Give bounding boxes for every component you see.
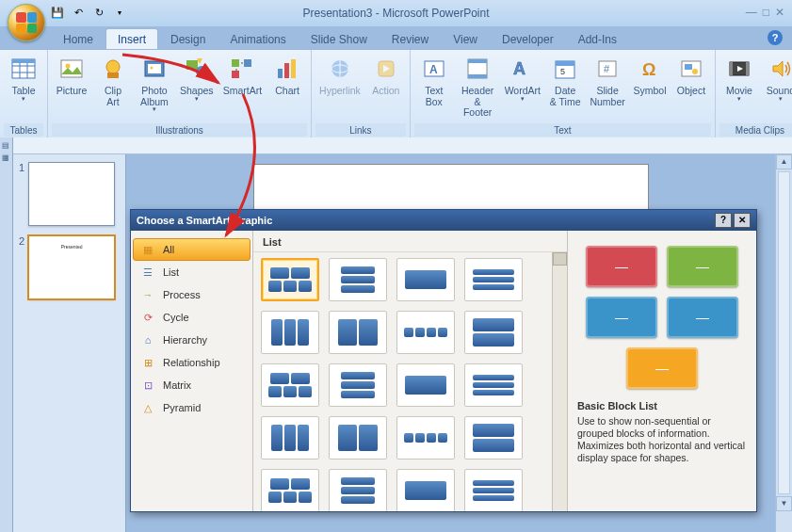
group-label: Links	[315, 123, 406, 137]
header-footer-button[interactable]: Header& Footer	[456, 52, 500, 123]
category-hierarchy[interactable]: ⌂Hierarchy	[133, 329, 251, 351]
category-pyramid[interactable]: △Pyramid	[133, 396, 251, 419]
outline-toggle-bar[interactable]: ▤ ▦	[0, 137, 13, 532]
dialog-help-button[interactable]: ?	[715, 213, 732, 228]
dialog-titlebar[interactable]: Choose a SmartArt Graphic ? ✕	[131, 210, 756, 231]
svg-point-12	[151, 67, 154, 70]
gallery-row	[257, 311, 563, 354]
group-label: Illustrations	[52, 123, 307, 137]
tab-animations[interactable]: Animations	[218, 28, 298, 49]
photo-album-button[interactable]: PhotoAlbum	[135, 52, 174, 123]
qat-dropdown-icon[interactable]: ▾	[111, 4, 128, 21]
slide-preview: Presented	[28, 235, 115, 299]
slides-icon[interactable]: ▦	[2, 153, 11, 163]
svg-rect-6	[61, 60, 82, 77]
smartart-icon	[227, 54, 257, 84]
save-icon[interactable]: 💾	[49, 4, 66, 21]
movie-button[interactable]: Movie	[719, 52, 759, 123]
smartart-button[interactable]: SmartArt	[219, 52, 266, 123]
category-relationship[interactable]: ⊞Relationship	[133, 351, 251, 374]
layout-option[interactable]	[396, 311, 455, 354]
layout-option[interactable]	[261, 363, 319, 407]
help-icon[interactable]: ?	[768, 30, 783, 45]
picture-button[interactable]: Picture	[52, 52, 91, 123]
tab-review[interactable]: Review	[380, 28, 441, 49]
svg-rect-13	[186, 60, 198, 70]
ribbon-group-tables: TableTables	[0, 50, 48, 137]
svg-rect-15	[232, 59, 239, 67]
symbol-button[interactable]: ΩSymbol	[630, 52, 670, 123]
category-all[interactable]: ▦All	[133, 238, 251, 261]
category-cycle[interactable]: ⟳Cycle	[133, 306, 251, 329]
object-button[interactable]: Object	[671, 52, 711, 123]
slide-thumbnail[interactable]: 2Presented	[19, 235, 120, 299]
gallery-scroll-up[interactable]	[553, 252, 567, 266]
chart-button[interactable]: Chart	[267, 52, 307, 123]
tab-insert[interactable]: Insert	[105, 28, 158, 49]
layout-option[interactable]	[396, 363, 455, 407]
layout-option[interactable]	[396, 258, 455, 301]
date-time-button[interactable]: 5Date& Time	[545, 52, 585, 123]
shapes-button[interactable]: Shapes	[176, 52, 218, 123]
vertical-scrollbar[interactable]: ▲ ▼	[775, 154, 792, 532]
layout-option[interactable]	[329, 363, 387, 407]
layout-option[interactable]	[261, 311, 319, 354]
dialog-close-button[interactable]: ✕	[734, 213, 751, 228]
text-icon: A	[419, 54, 449, 84]
layout-option[interactable]	[329, 469, 387, 511]
layout-option[interactable]	[261, 416, 319, 459]
table-button[interactable]: Table	[4, 52, 43, 123]
minimize-button[interactable]: —	[746, 6, 757, 19]
layout-option[interactable]	[261, 258, 319, 301]
office-button[interactable]	[8, 4, 45, 41]
tab-view[interactable]: View	[441, 28, 490, 49]
scroll-up-button[interactable]: ▲	[776, 154, 792, 169]
undo-icon[interactable]: ↶	[70, 4, 87, 21]
category-label: Hierarchy	[163, 334, 207, 346]
clip-art-button[interactable]: ClipArt	[93, 52, 133, 123]
svg-text:5: 5	[560, 67, 565, 76]
tab-slide-show[interactable]: Slide Show	[299, 28, 380, 49]
slide-number-button[interactable]: #SlideNumber	[587, 52, 628, 123]
category-list[interactable]: ☰List	[133, 261, 251, 283]
category-matrix[interactable]: ⊡Matrix	[133, 374, 251, 396]
layout-option[interactable]	[464, 469, 523, 511]
text-box-button[interactable]: ATextBox	[414, 52, 454, 123]
layout-option[interactable]	[329, 416, 387, 459]
maximize-button[interactable]: □	[763, 6, 769, 19]
layout-option[interactable]	[464, 311, 523, 354]
window-controls: — □ ✕	[746, 6, 784, 19]
layout-option[interactable]	[396, 469, 455, 511]
sound-button[interactable]: Sound	[761, 52, 792, 123]
gallery-scrollbar[interactable]	[552, 252, 567, 511]
svg-rect-5	[12, 59, 35, 63]
layout-option[interactable]	[261, 469, 319, 511]
outline-icon[interactable]: ▤	[2, 141, 11, 151]
tab-design[interactable]: Design	[158, 28, 218, 49]
ribbon-tabs: HomeInsertDesignAnimationsSlide ShowRevi…	[47, 26, 792, 49]
wordart-button[interactable]: AWordArt	[501, 52, 543, 123]
preview-pane: ————— Basic Block List Use to show non-s…	[568, 231, 756, 511]
layout-option[interactable]	[329, 311, 387, 354]
scroll-track[interactable]	[778, 171, 790, 494]
close-button[interactable]: ✕	[775, 6, 784, 19]
layout-option[interactable]	[396, 416, 455, 459]
layout-option[interactable]	[464, 363, 523, 407]
svg-point-14	[196, 66, 207, 77]
preview-block: —	[667, 246, 738, 287]
layout-option[interactable]	[464, 258, 523, 301]
svg-rect-41	[730, 62, 733, 75]
layout-option[interactable]	[464, 416, 523, 459]
window-title: Presentation3 - Microsoft PowerPoint	[302, 7, 489, 20]
tab-home[interactable]: Home	[51, 28, 105, 49]
tab-add-ins[interactable]: Add-Ins	[566, 28, 629, 49]
slide-thumbnail[interactable]: 1	[19, 162, 120, 226]
scroll-down-button[interactable]: ▼	[776, 496, 792, 511]
layout-option[interactable]	[329, 258, 387, 301]
category-process[interactable]: →Process	[133, 283, 251, 306]
redo-icon[interactable]: ↻	[90, 4, 107, 21]
svg-rect-16	[244, 59, 251, 67]
svg-text:A: A	[429, 63, 438, 76]
tab-developer[interactable]: Developer	[490, 28, 566, 49]
svg-rect-17	[232, 71, 239, 78]
